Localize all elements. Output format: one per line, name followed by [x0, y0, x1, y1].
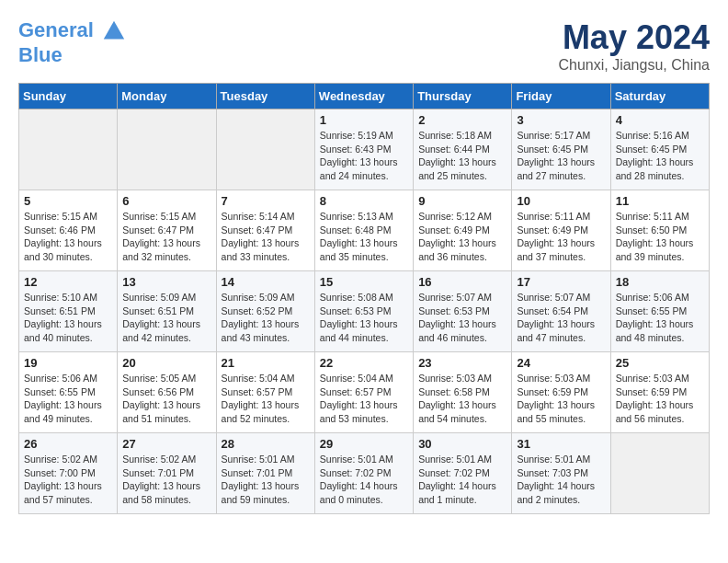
weekday-header: Tuesday — [216, 84, 314, 109]
calendar-cell: 28Sunrise: 5:01 AM Sunset: 7:01 PM Dayli… — [216, 433, 314, 514]
day-details: Sunrise: 5:18 AM Sunset: 6:44 PM Dayligh… — [418, 129, 506, 183]
calendar-cell: 22Sunrise: 5:04 AM Sunset: 6:57 PM Dayli… — [314, 352, 413, 433]
calendar-cell: 6Sunrise: 5:15 AM Sunset: 6:47 PM Daylig… — [118, 190, 216, 271]
day-number: 16 — [418, 275, 506, 289]
month-title: May 2024 — [558, 18, 710, 57]
day-number: 9 — [418, 194, 506, 208]
day-number: 7 — [222, 194, 310, 208]
logo: General Blue — [18, 18, 127, 66]
day-number: 21 — [222, 356, 310, 370]
day-number: 20 — [122, 356, 210, 370]
day-number: 5 — [24, 194, 112, 208]
calendar-cell: 8Sunrise: 5:13 AM Sunset: 6:48 PM Daylig… — [314, 190, 413, 271]
day-details: Sunrise: 5:10 AM Sunset: 6:51 PM Dayligh… — [24, 291, 112, 345]
weekday-header: Monday — [118, 84, 216, 109]
day-number: 29 — [320, 437, 408, 451]
calendar-cell: 12Sunrise: 5:10 AM Sunset: 6:51 PM Dayli… — [19, 271, 118, 352]
calendar-cell: 23Sunrise: 5:03 AM Sunset: 6:58 PM Dayli… — [414, 352, 512, 433]
day-details: Sunrise: 5:02 AM Sunset: 7:01 PM Dayligh… — [122, 453, 210, 507]
day-number: 19 — [24, 356, 112, 370]
calendar-table: SundayMondayTuesdayWednesdayThursdayFrid… — [18, 83, 710, 514]
weekday-header: Friday — [512, 84, 610, 109]
calendar-cell: 17Sunrise: 5:07 AM Sunset: 6:54 PM Dayli… — [512, 271, 610, 352]
calendar-cell: 9Sunrise: 5:12 AM Sunset: 6:49 PM Daylig… — [414, 190, 512, 271]
day-details: Sunrise: 5:07 AM Sunset: 6:54 PM Dayligh… — [517, 291, 605, 345]
calendar-cell: 29Sunrise: 5:01 AM Sunset: 7:02 PM Dayli… — [314, 433, 413, 514]
title-block: May 2024 Chunxi, Jiangsu, China — [558, 18, 710, 74]
calendar-cell: 5Sunrise: 5:15 AM Sunset: 6:46 PM Daylig… — [19, 190, 118, 271]
day-details: Sunrise: 5:14 AM Sunset: 6:47 PM Dayligh… — [222, 210, 310, 264]
calendar-cell: 1Sunrise: 5:19 AM Sunset: 6:43 PM Daylig… — [314, 109, 413, 190]
calendar-cell: 26Sunrise: 5:02 AM Sunset: 7:00 PM Dayli… — [19, 433, 118, 514]
day-number: 31 — [517, 437, 605, 451]
day-number: 30 — [418, 437, 506, 451]
day-details: Sunrise: 5:15 AM Sunset: 6:46 PM Dayligh… — [24, 210, 112, 264]
calendar-cell: 19Sunrise: 5:06 AM Sunset: 6:55 PM Dayli… — [19, 352, 118, 433]
day-number: 14 — [222, 275, 310, 289]
day-number: 25 — [616, 356, 704, 370]
page-header: General Blue May 2024 Chunxi, Jiangsu, C… — [18, 18, 710, 74]
day-details: Sunrise: 5:12 AM Sunset: 6:49 PM Dayligh… — [418, 210, 506, 264]
calendar-cell — [610, 433, 709, 514]
day-number: 6 — [122, 194, 210, 208]
logo-text: General Blue — [18, 18, 127, 66]
day-number: 1 — [320, 113, 408, 127]
day-details: Sunrise: 5:06 AM Sunset: 6:55 PM Dayligh… — [616, 291, 704, 345]
weekday-header: Saturday — [610, 84, 709, 109]
day-number: 28 — [222, 437, 310, 451]
calendar-cell: 18Sunrise: 5:06 AM Sunset: 6:55 PM Dayli… — [610, 271, 709, 352]
day-number: 22 — [320, 356, 408, 370]
day-details: Sunrise: 5:16 AM Sunset: 6:45 PM Dayligh… — [616, 129, 704, 183]
day-details: Sunrise: 5:19 AM Sunset: 6:43 PM Dayligh… — [320, 129, 408, 183]
day-details: Sunrise: 5:09 AM Sunset: 6:52 PM Dayligh… — [222, 291, 310, 345]
day-details: Sunrise: 5:11 AM Sunset: 6:49 PM Dayligh… — [517, 210, 605, 264]
day-details: Sunrise: 5:02 AM Sunset: 7:00 PM Dayligh… — [24, 453, 112, 507]
day-details: Sunrise: 5:06 AM Sunset: 6:55 PM Dayligh… — [24, 372, 112, 426]
day-number: 26 — [24, 437, 112, 451]
calendar-cell — [118, 109, 216, 190]
day-number: 24 — [517, 356, 605, 370]
day-details: Sunrise: 5:04 AM Sunset: 6:57 PM Dayligh… — [222, 372, 310, 426]
calendar-cell: 24Sunrise: 5:03 AM Sunset: 6:59 PM Dayli… — [512, 352, 610, 433]
calendar-week-row: 1Sunrise: 5:19 AM Sunset: 6:43 PM Daylig… — [19, 109, 710, 190]
day-details: Sunrise: 5:09 AM Sunset: 6:51 PM Dayligh… — [122, 291, 210, 345]
day-number: 13 — [122, 275, 210, 289]
day-number: 23 — [418, 356, 506, 370]
calendar-cell: 21Sunrise: 5:04 AM Sunset: 6:57 PM Dayli… — [216, 352, 314, 433]
day-details: Sunrise: 5:03 AM Sunset: 6:59 PM Dayligh… — [616, 372, 704, 426]
day-details: Sunrise: 5:17 AM Sunset: 6:45 PM Dayligh… — [517, 129, 605, 183]
day-details: Sunrise: 5:03 AM Sunset: 6:59 PM Dayligh… — [517, 372, 605, 426]
calendar-cell: 16Sunrise: 5:07 AM Sunset: 6:53 PM Dayli… — [414, 271, 512, 352]
calendar-week-row: 19Sunrise: 5:06 AM Sunset: 6:55 PM Dayli… — [19, 352, 710, 433]
day-number: 10 — [517, 194, 605, 208]
day-details: Sunrise: 5:01 AM Sunset: 7:02 PM Dayligh… — [320, 453, 408, 507]
calendar-cell: 2Sunrise: 5:18 AM Sunset: 6:44 PM Daylig… — [414, 109, 512, 190]
day-details: Sunrise: 5:13 AM Sunset: 6:48 PM Dayligh… — [320, 210, 408, 264]
day-number: 11 — [616, 194, 704, 208]
day-number: 18 — [616, 275, 704, 289]
day-number: 17 — [517, 275, 605, 289]
day-number: 2 — [418, 113, 506, 127]
day-details: Sunrise: 5:04 AM Sunset: 6:57 PM Dayligh… — [320, 372, 408, 426]
day-details: Sunrise: 5:08 AM Sunset: 6:53 PM Dayligh… — [320, 291, 408, 345]
calendar-week-row: 5Sunrise: 5:15 AM Sunset: 6:46 PM Daylig… — [19, 190, 710, 271]
day-number: 27 — [122, 437, 210, 451]
day-details: Sunrise: 5:01 AM Sunset: 7:03 PM Dayligh… — [517, 453, 605, 507]
calendar-cell: 4Sunrise: 5:16 AM Sunset: 6:45 PM Daylig… — [610, 109, 709, 190]
calendar-cell — [19, 109, 118, 190]
svg-marker-0 — [104, 21, 124, 40]
day-details: Sunrise: 5:15 AM Sunset: 6:47 PM Dayligh… — [122, 210, 210, 264]
calendar-cell: 13Sunrise: 5:09 AM Sunset: 6:51 PM Dayli… — [118, 271, 216, 352]
day-details: Sunrise: 5:05 AM Sunset: 6:56 PM Dayligh… — [122, 372, 210, 426]
calendar-week-row: 26Sunrise: 5:02 AM Sunset: 7:00 PM Dayli… — [19, 433, 710, 514]
day-number: 4 — [616, 113, 704, 127]
weekday-header: Thursday — [414, 84, 512, 109]
calendar-cell: 20Sunrise: 5:05 AM Sunset: 6:56 PM Dayli… — [118, 352, 216, 433]
calendar-cell: 31Sunrise: 5:01 AM Sunset: 7:03 PM Dayli… — [512, 433, 610, 514]
calendar-cell: 30Sunrise: 5:01 AM Sunset: 7:02 PM Dayli… — [414, 433, 512, 514]
calendar-cell: 25Sunrise: 5:03 AM Sunset: 6:59 PM Dayli… — [610, 352, 709, 433]
calendar-cell — [216, 109, 314, 190]
calendar-cell: 11Sunrise: 5:11 AM Sunset: 6:50 PM Dayli… — [610, 190, 709, 271]
calendar-cell: 14Sunrise: 5:09 AM Sunset: 6:52 PM Dayli… — [216, 271, 314, 352]
location: Chunxi, Jiangsu, China — [558, 57, 710, 74]
